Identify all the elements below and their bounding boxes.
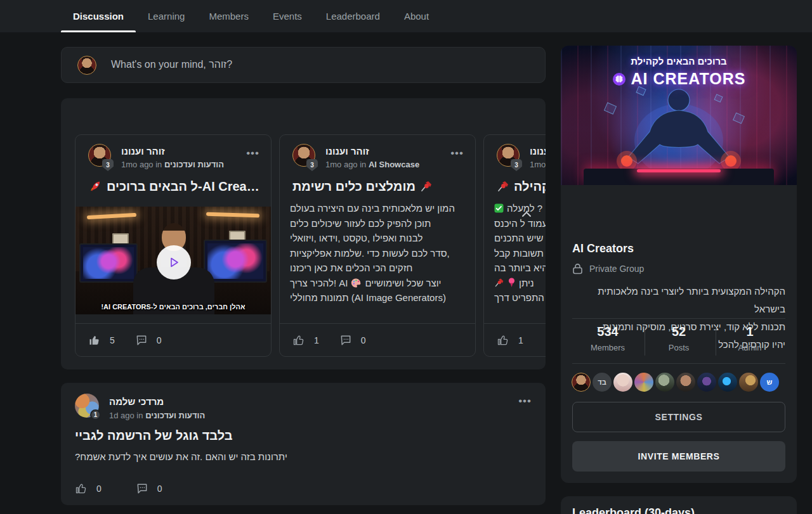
avatar [77,56,96,75]
keyboard-glow [637,169,721,172]
post-body: ?‎אשמח‎ לדעת‎ איך‎ עושים‎ את‎ זה.‎ והאם‎… [75,451,287,462]
tab-leaderboard[interactable]: Leaderboard [314,0,392,32]
like-count: 1 [518,335,523,345]
stat-admin: 1 Admin [714,324,785,352]
tab-learning[interactable]: Learning [136,0,197,32]
post-title[interactable]: קהילה [497,177,546,196]
author-name[interactable]: זוהר וענונו [325,146,369,157]
like-count: 5 [110,335,115,345]
post-title[interactable]: לגביי‎ הרשמה‎ של‎ גוגל‎ בלבד [75,428,233,443]
post-meta: 1d ago in הודעות ועדכונים [109,411,205,420]
like-button[interactable] [88,334,101,347]
member-avatar[interactable] [739,373,758,392]
more-menu-icon[interactable]: ••• [450,150,464,157]
like-button[interactable] [292,334,305,347]
invite-members-button[interactable]: INVITE MEMBERS [572,441,785,472]
banner-brand-text: AI CREATORS [631,70,746,88]
divider [572,318,785,319]
post-body: למעלה ? היכנס‎ ל‎ עמוד התכנים‎ שיש קבל‎ … [494,201,546,305]
rocket-icon [88,179,102,193]
post-meta: 1mo ago in AI Showcase [325,160,419,169]
stat-members: 534 Members [572,324,643,352]
member-avatar[interactable] [572,373,591,392]
member-avatar[interactable] [697,373,716,392]
level-badge: 3 [306,159,318,171]
post-time: 1d ago in [109,411,143,420]
member-avatar[interactable] [718,373,737,392]
top-nav: Discussion Learning Members Events Leade… [0,0,812,32]
play-button[interactable] [157,245,191,279]
member-avatar[interactable] [655,373,674,392]
more-menu-icon[interactable]: ••• [518,398,532,404]
feed-post[interactable]: 1 מרדכי שלמה 1d ago in הודעות ועדכונים •… [61,383,546,505]
post-body: בעולם‎ היצירה‎ עם‎ בינה‎ מלאכותית‎ יש‎ ה… [290,201,465,305]
palette-icon [351,278,362,288]
author-name[interactable]: זוהר וענונו [121,146,165,157]
post-actions: 0 0 [75,482,174,495]
tab-discussion[interactable]: Discussion [61,0,136,32]
comment-count: 0 [157,484,162,494]
tab-members[interactable]: Members [197,0,261,32]
leaderboard-title: Leaderboard (30-days) [572,506,695,514]
like-count: 0 [96,484,102,494]
comment-count: 0 [157,335,162,345]
divider [572,363,785,364]
post-category[interactable]: הודעות ועדכונים [145,411,205,420]
pushpin-icon [497,180,509,193]
level-badge: 1 [90,409,101,420]
composer-placeholder: What's on your mind, זוהר? [111,59,232,70]
leaderboard-card: Leaderboard (30-days) [561,496,797,514]
banner-figure [561,46,797,185]
post-category[interactable]: הודעות ועדכונים [164,160,224,169]
like-count: 1 [314,335,319,345]
featured-card-3[interactable]: 3 זוהר וענונו 1mo ago in הודעות ועדכונים… [483,134,546,357]
featured-card-1[interactable]: 3 זוהר וענונו 1mo ago in הודעות ועדכונים… [75,134,272,357]
member-avatar[interactable]: בד [593,373,612,392]
post-meta: 1mo ago in הודעות ועדכונים [121,160,224,169]
post-title[interactable]: רשימת‎ כלים‎ מומלצים [292,177,433,196]
tab-events[interactable]: Events [261,0,314,32]
post-category[interactable]: AI Showcase [369,160,419,169]
check-icon [494,203,504,213]
tab-about[interactable]: About [392,0,441,32]
author-name[interactable]: זוהר וענונו [530,146,546,157]
like-button[interactable] [497,334,509,347]
member-avatar[interactable]: ש [760,373,779,392]
group-banner[interactable]: ברוכים הבאים לקהילת AI CREATORS [561,46,797,185]
video-thumbnail[interactable]: אהלן חברים, ברוכים הבאים ל-AI CREATORS! [75,207,271,314]
comment-button[interactable] [135,334,148,347]
member-avatar[interactable] [613,373,632,392]
banner-welcome-text: ברוכים הבאים לקהילת [561,56,797,67]
featured-card-2[interactable]: 3 זוהר וענונו 1mo ago in AI Showcase •••… [279,134,476,357]
post-time: 1mo ago in [530,160,546,169]
featured-section: Featured 3 זוהר וענונו 1mo ago in הודעות… [61,98,546,369]
pushpin-icon [494,278,504,288]
member-avatar[interactable] [634,373,653,392]
level-badge: 3 [511,159,522,171]
video-caption: אהלן חברים, ברוכים הבאים ל-AI CREATORS! [75,303,271,311]
settings-button[interactable]: SETTINGS [572,402,785,432]
post-composer[interactable]: What's on your mind, זוהר? [61,47,546,83]
post-title[interactable]: ברוכים‎ הבאים‎ ל‎-AI Creators! [88,177,259,196]
group-privacy: Private Group [572,263,644,274]
post-actions: 1 0 [280,323,475,356]
lock-icon [572,263,583,274]
post-time: 1mo ago in [121,160,162,169]
privacy-label: Private Group [589,264,644,274]
like-button[interactable] [75,482,88,495]
post-actions: 1 [484,323,546,356]
member-avatar[interactable] [676,373,695,392]
pushpin-icon [420,180,433,193]
group-name: AI Creators [572,242,634,255]
more-menu-icon[interactable]: ••• [246,150,259,157]
comment-count: 0 [361,335,366,345]
monitor-right [204,240,267,283]
comment-button[interactable] [136,482,148,495]
post-actions: 5 0 [75,323,271,356]
comment-button[interactable] [339,334,352,347]
level-badge: 3 [102,159,114,171]
monitor-left [79,243,138,283]
stat-posts: 52 Posts [643,324,714,352]
member-avatars[interactable]: בד ש [572,373,779,392]
author-name[interactable]: מרדכי שלמה [109,396,164,407]
